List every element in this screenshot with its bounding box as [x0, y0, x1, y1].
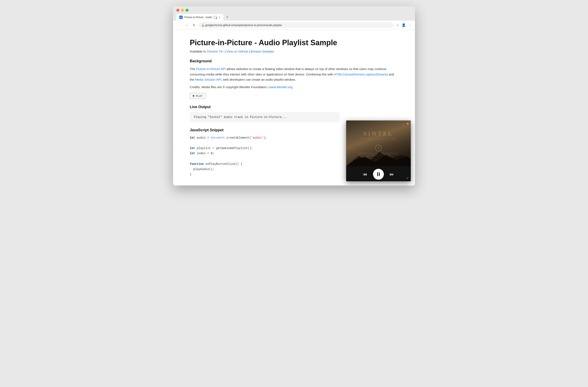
active-tab[interactable]: ⊞ Picture-in-Picture - Audio × — [176, 14, 223, 21]
back-button[interactable]: ← — [176, 23, 181, 28]
address-bar: ← → ↻ 🔒 googlechrome.github.io/samples/p… — [173, 21, 415, 30]
background-heading: Background — [190, 59, 398, 63]
media-session-link[interactable]: Media Session API — [195, 78, 221, 81]
address-container: 🔒 googlechrome.github.io/samples/picture… — [199, 22, 394, 28]
close-button[interactable] — [176, 9, 179, 12]
menu-icon[interactable]: ⋮ — [408, 23, 412, 27]
live-output-box: Playing "Sintel" audio track in Picture-… — [190, 112, 340, 122]
availability-text: Available in Chrome 74+ | View on GitHub… — [190, 50, 398, 53]
new-tab-button[interactable]: + — [224, 14, 231, 21]
tab-title: Picture-in-Picture - Audio — [184, 16, 212, 19]
browser-window: ⊞ Picture-in-Picture - Audio × + ← → ↻ 🔒… — [173, 6, 415, 185]
pip-close-button[interactable]: × — [407, 122, 409, 125]
background-paragraph: The Picture-in-Picture API allows websit… — [190, 66, 398, 82]
availability-prefix: Available in — [190, 50, 206, 53]
profile-icon[interactable]: 👤 — [401, 23, 406, 27]
credits-label: Credits: Media files are © copyright Ble… — [190, 85, 269, 89]
credits-end: . — [292, 85, 293, 89]
pip-pause-button[interactable] — [373, 169, 384, 180]
browser-titlebar: ⊞ Picture-in-Picture - Audio × + — [173, 6, 415, 21]
tab-favicon: ⊞ — [179, 16, 183, 19]
forward-button[interactable]: → — [184, 23, 189, 28]
pip-prev-button[interactable] — [361, 171, 369, 178]
reload-button[interactable]: ↻ — [191, 23, 196, 28]
blender-link[interactable]: www.blender.org — [269, 85, 292, 89]
maximize-button[interactable] — [186, 9, 189, 12]
pip-next-button[interactable] — [388, 171, 396, 178]
para-end: , web developers can create an audio pla… — [221, 78, 296, 81]
address-input[interactable]: googlechrome.github.io/samples/picture-i… — [199, 22, 394, 28]
page-content: Picture-in-Picture - Audio Playlist Samp… — [173, 30, 415, 185]
tab-close-button[interactable]: × — [219, 16, 220, 19]
pip-mountain-svg — [346, 147, 411, 166]
play-button[interactable]: PLAY — [190, 93, 206, 99]
pip-controls — [346, 166, 411, 181]
bookmark-icon[interactable]: ☆ — [396, 23, 399, 27]
pip-window: × SINTEL ORIGINAL FILM SCORE 🌲 Composed … — [346, 121, 411, 181]
pip-title: SINTEL — [363, 130, 394, 137]
tab-bar: ⊞ Picture-in-Picture - Audio × + — [176, 14, 412, 21]
play-label: PLAY — [196, 94, 202, 98]
pip-pause-bar-2 — [379, 172, 380, 176]
pip-artwork: SINTEL ORIGINAL FILM SCORE 🌲 Composed an… — [346, 121, 411, 166]
pip-pause-icon — [377, 172, 380, 176]
minimize-button[interactable] — [181, 9, 184, 12]
pip-expand-button[interactable]: ⤢ — [406, 176, 409, 180]
toolbar-icons: ☆ 👤 ⋮ — [396, 23, 412, 27]
traffic-lights — [176, 9, 412, 12]
github-link[interactable]: View on GitHub — [227, 50, 248, 53]
pip-api-link[interactable]: Picture-in-Picture API — [196, 67, 226, 71]
para-prefix: The — [190, 67, 196, 71]
page-title: Picture-in-Picture - Audio Playlist Samp… — [190, 38, 398, 47]
live-output-text: Playing "Sintel" audio track in Picture-… — [194, 115, 287, 119]
credits-text: Credits: Media files are © copyright Ble… — [190, 85, 398, 89]
pip-transport — [361, 169, 396, 180]
pip-tab-icon — [214, 16, 217, 19]
live-output-heading: Live Output — [190, 105, 398, 109]
browse-samples-link[interactable]: Browse Samples — [251, 50, 274, 53]
play-triangle-icon — [193, 95, 194, 97]
pip-subtitle: ORIGINAL FILM SCORE — [360, 138, 397, 140]
chrome-link[interactable]: Chrome 74+ — [207, 50, 224, 53]
lock-icon: 🔒 — [201, 24, 205, 27]
pip-pause-bar-1 — [377, 172, 378, 176]
canvas-stream-link[interactable]: HTMLCanvasElement.captureStream() — [334, 73, 388, 76]
